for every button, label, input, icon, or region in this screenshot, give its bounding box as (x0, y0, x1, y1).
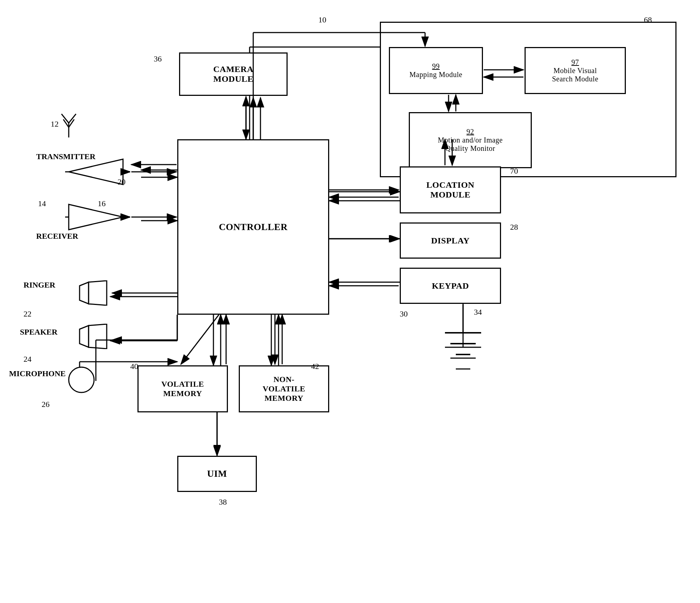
speaker-label: SPEAKER (20, 327, 58, 337)
location-module-block: LOCATIONMODULE (400, 166, 501, 213)
ringer-icon (76, 280, 109, 306)
volatile-memory-block: VOLATILEMEMORY (137, 365, 228, 412)
ref-24: 24 (24, 354, 31, 364)
ref-20: 20 (118, 177, 126, 187)
svg-marker-46 (69, 204, 123, 230)
receiver-amp-icon (65, 201, 130, 233)
svg-marker-52 (89, 324, 107, 349)
controller-label: CONTROLLER (219, 222, 288, 233)
ref-30: 30 (400, 309, 408, 319)
mobile-visual-label: Mobile VisualSearch Module (552, 67, 598, 83)
mapping-module-block: 99 Mapping Module (389, 47, 483, 94)
ref-68: 68 (644, 15, 652, 25)
ref-34: 34 (474, 307, 482, 317)
ref-28: 28 (510, 222, 518, 232)
display-block: DISPLAY (400, 222, 501, 259)
microphone-label: MICROPHONE (9, 369, 65, 378)
uim-block: UIM (177, 456, 257, 492)
speaker-icon (76, 324, 109, 349)
non-volatile-memory-label: NON-VOLATILEMEMORY (263, 375, 305, 403)
motion-image-ref: 92 (467, 128, 474, 136)
ref-26: 26 (42, 400, 50, 409)
uim-label: UIM (207, 468, 227, 479)
ref-14: 14 (38, 199, 46, 208)
svg-marker-50 (89, 281, 107, 305)
mobile-visual-search-block: 97 Mobile VisualSearch Module (525, 47, 626, 94)
microphone-icon (67, 365, 96, 394)
svg-line-42 (69, 119, 74, 127)
svg-line-59 (181, 315, 219, 364)
mapping-module-ref: 99 (432, 62, 440, 70)
ringer-label: RINGER (24, 280, 55, 290)
keypad-label: KEYPAD (432, 281, 469, 291)
svg-line-41 (63, 119, 69, 127)
motion-image-label: Motion and/or ImageQuality Monitor (438, 136, 502, 152)
non-volatile-memory-block: NON-VOLATILEMEMORY (239, 365, 329, 412)
mobile-visual-ref: 97 (571, 58, 579, 66)
ref-22: 22 (24, 309, 31, 319)
camera-module-label: CAMERAMODULE (213, 64, 254, 84)
ref-12: 12 (51, 119, 59, 129)
ref-36: 36 (154, 54, 162, 64)
location-module-label: LOCATIONMODULE (427, 180, 475, 200)
antenna-icon (58, 112, 80, 141)
svg-marker-43 (69, 159, 123, 184)
svg-marker-49 (80, 282, 89, 304)
ref-40: 40 (130, 362, 138, 371)
display-label: DISPLAY (431, 236, 470, 246)
mapping-module-label: Mapping Module (410, 71, 462, 78)
diagram-container: 10 68 99 Mapping Module 97 Mobile Visual… (0, 0, 700, 603)
svg-marker-51 (80, 326, 89, 347)
camera-module-block: CAMERAMODULE (179, 52, 288, 96)
volatile-memory-label: VOLATILEMEMORY (161, 379, 204, 398)
controller-block: CONTROLLER (177, 139, 329, 315)
svg-point-53 (69, 367, 94, 392)
keypad-block: KEYPAD (400, 268, 501, 304)
ref-70: 70 (510, 166, 518, 176)
ref-42: 42 (311, 362, 319, 371)
ref-38: 38 (219, 497, 227, 507)
motion-image-quality-block: 92 Motion and/or ImageQuality Monitor (409, 112, 532, 168)
ref-10: 10 (318, 15, 326, 25)
